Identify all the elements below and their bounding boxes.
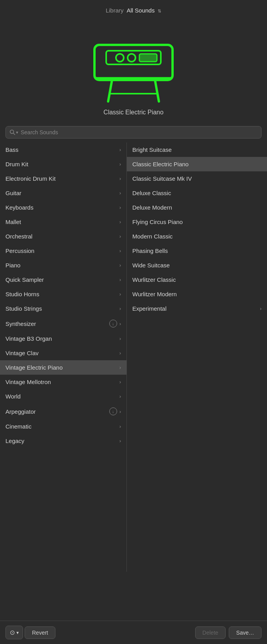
right-item-inner: Experimental› — [132, 305, 262, 312]
save-button[interactable]: Save… — [229, 626, 262, 639]
chevron-right-icon: › — [119, 248, 121, 254]
left-item-quick-sampler[interactable]: Quick Sampler› — [0, 272, 126, 287]
right-item-label: Experimental — [132, 305, 167, 312]
list-item-right: › — [119, 205, 121, 210]
left-item-keyboards[interactable]: Keyboards› — [0, 200, 126, 215]
svg-rect-4 — [139, 54, 157, 62]
right-item-inner: Deluxe Classic — [132, 190, 262, 196]
right-item-inner: Wide Suitcase — [132, 262, 262, 269]
right-item-phasing-bells[interactable]: Phasing Bells — [127, 244, 267, 258]
right-item-deluxe-modern[interactable]: Deluxe Modern — [127, 200, 267, 215]
list-item-right: › — [119, 176, 121, 181]
revert-button[interactable]: Revert — [25, 626, 55, 639]
list-item-label: Guitar — [5, 190, 21, 196]
right-item-modern-classic[interactable]: Modern Classic — [127, 229, 267, 244]
right-item-wurlitzer-modern[interactable]: Wurlitzer Modern — [127, 287, 267, 301]
chevron-right-icon: › — [119, 306, 121, 311]
right-item-label: Bright Suitcase — [132, 146, 172, 153]
list-item-label: Vintage Clav — [5, 350, 39, 356]
left-item-vintage-electric-piano[interactable]: Vintage Electric Piano› — [0, 360, 126, 375]
right-item-label: Wurlitzer Modern — [132, 291, 177, 297]
right-item-classic-electric-piano[interactable]: Classic Electric Piano — [127, 157, 267, 171]
right-item-inner: Wurlitzer Classic — [132, 276, 262, 283]
right-item-wide-suitcase[interactable]: Wide Suitcase — [127, 258, 267, 272]
right-item-flying-circus-piano[interactable]: Flying Circus Piano — [127, 215, 267, 229]
svg-line-6 — [108, 80, 112, 101]
list-item-label: Synthesizer — [5, 320, 36, 327]
list-item-label: Drum Kit — [5, 161, 28, 167]
list-item-label: Studio Horns — [5, 291, 39, 297]
left-item-bass[interactable]: Bass› — [0, 142, 126, 157]
left-item-legacy[interactable]: Legacy› — [0, 434, 126, 448]
right-item-label: Phasing Bells — [132, 247, 168, 254]
download-icon[interactable]: ↓ — [109, 320, 117, 327]
list-item-right: › — [119, 336, 121, 342]
list-item-label: World — [5, 393, 21, 400]
right-item-classic-suitcase-mk-iv[interactable]: Classic Suitcase Mk IV — [127, 171, 267, 186]
list-item-right: › — [119, 423, 121, 429]
list-item-label: Electronic Drum Kit — [5, 175, 55, 182]
list-item-label: Keyboards — [5, 204, 34, 211]
left-item-cinematic[interactable]: Cinematic› — [0, 419, 126, 434]
search-bar[interactable]: ▾ Search Sounds — [5, 126, 262, 139]
all-sounds-button[interactable]: All Sounds ⇅ — [126, 7, 161, 14]
instrument-name: Classic Electric Piano — [103, 109, 164, 116]
left-item-synthesizer[interactable]: Synthesizer↓› — [0, 316, 126, 331]
left-item-piano[interactable]: Piano› — [0, 258, 126, 272]
left-item-studio-strings[interactable]: Studio Strings› — [0, 301, 126, 316]
list-item-right: › — [119, 306, 121, 311]
left-item-vintage-clav[interactable]: Vintage Clav› — [0, 346, 126, 360]
chevron-right-icon: › — [119, 438, 121, 444]
chevron-right-icon: › — [119, 219, 121, 225]
footer-right: Delete Save… — [195, 626, 262, 639]
list-item-right: › — [119, 262, 121, 268]
right-item-bright-suitcase[interactable]: Bright Suitcase — [127, 142, 267, 157]
left-item-arpeggiator[interactable]: Arpeggiator↓› — [0, 404, 126, 419]
list-item-right: › — [119, 219, 121, 225]
options-button[interactable]: ⊙ ▾ — [5, 626, 23, 639]
chevron-right-icon: › — [119, 336, 121, 342]
header-chevron-icon: ⇅ — [158, 9, 161, 13]
chevron-right-icon: › — [119, 291, 121, 297]
list-item-label: Vintage B3 Organ — [5, 335, 52, 342]
svg-line-10 — [13, 133, 15, 135]
chevron-right-icon: › — [119, 365, 121, 370]
right-item-label: Flying Circus Piano — [132, 219, 183, 225]
list-item-label: Arpeggiator — [5, 408, 36, 415]
chevron-right-icon: › — [119, 262, 121, 268]
left-item-drum-kit[interactable]: Drum Kit› — [0, 157, 126, 171]
left-item-mallet[interactable]: Mallet› — [0, 215, 126, 229]
delete-button[interactable]: Delete — [195, 626, 226, 639]
left-item-orchestral[interactable]: Orchestral› — [0, 229, 126, 244]
download-icon[interactable]: ↓ — [109, 407, 117, 415]
left-item-studio-horns[interactable]: Studio Horns› — [0, 287, 126, 301]
list-item-right: › — [119, 248, 121, 254]
right-item-wurlitzer-classic[interactable]: Wurlitzer Classic — [127, 272, 267, 287]
left-item-percussion[interactable]: Percussion› — [0, 244, 126, 258]
list-item-right: › — [119, 393, 121, 399]
left-item-electronic-drum-kit[interactable]: Electronic Drum Kit› — [0, 171, 126, 186]
left-item-guitar[interactable]: Guitar› — [0, 186, 126, 200]
right-item-label: Deluxe Modern — [132, 204, 172, 211]
list-item-right: › — [119, 350, 121, 356]
search-input[interactable]: Search Sounds — [21, 129, 58, 135]
right-item-label: Classic Electric Piano — [132, 161, 189, 167]
right-item-deluxe-classic[interactable]: Deluxe Classic — [127, 186, 267, 200]
header: Library All Sounds ⇅ — [0, 0, 267, 18]
list-item-label: Vintage Mellotron — [5, 379, 51, 385]
list-area: Bass›Drum Kit›Electronic Drum Kit›Guitar… — [0, 142, 267, 572]
options-chevron-icon: ▾ — [16, 630, 19, 635]
list-item-label: Studio Strings — [5, 305, 42, 312]
left-item-vintage-b3-organ[interactable]: Vintage B3 Organ› — [0, 331, 126, 346]
right-item-label: Wurlitzer Classic — [132, 276, 176, 283]
svg-point-3 — [128, 54, 135, 62]
list-item-right: › — [119, 147, 121, 153]
left-item-world[interactable]: World› — [0, 389, 126, 404]
right-column: Bright SuitcaseClassic Electric PianoCla… — [127, 142, 267, 572]
chevron-right-icon: › — [119, 176, 121, 181]
right-item-experimental[interactable]: Experimental› — [127, 301, 267, 316]
left-item-vintage-mellotron[interactable]: Vintage Mellotron› — [0, 375, 126, 389]
right-item-label: Modern Classic — [132, 233, 173, 240]
chevron-right-icon: › — [119, 233, 121, 239]
list-item-right: › — [119, 190, 121, 196]
